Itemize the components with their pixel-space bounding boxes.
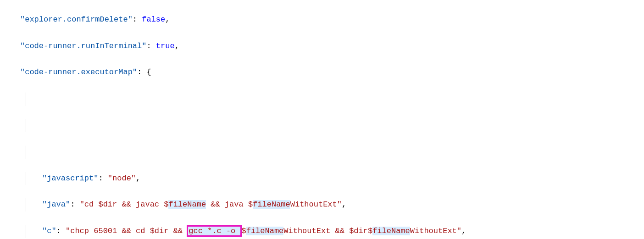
- blank-line: [26, 146, 644, 159]
- setting-line-executor-map: "code-runner.executorMap": {: [4, 66, 644, 79]
- annotation-box: gcc *.c -o: [187, 225, 242, 237]
- setting-line-run-in-terminal: "code-runner.runInTerminal": true,: [4, 40, 644, 53]
- blank-line: [26, 119, 644, 132]
- json-bool: true: [156, 42, 175, 50]
- json-key: "code-runner.runInTerminal": [20, 42, 146, 50]
- setting-line-confirm-delete: "explorer.confirmDelete": false,: [4, 13, 644, 27]
- json-key: "explorer.confirmDelete": [20, 15, 133, 24]
- variable-highlight: fileName: [372, 227, 410, 235]
- json-key: "code-runner.executorMap": [20, 68, 137, 76]
- blank-line: [26, 92, 644, 106]
- variable-highlight: fileName: [168, 200, 206, 209]
- map-line-java: "java": "cd $dir && javac $fileName && j…: [26, 198, 644, 212]
- code-editor[interactable]: "explorer.confirmDelete": false, "code-r…: [0, 0, 644, 239]
- map-line-javascript: "javascript": "node",: [26, 172, 644, 185]
- variable-highlight: fileName: [246, 227, 284, 235]
- variable-highlight: fileName: [253, 200, 290, 209]
- map-line-c: "c": "chcp 65001 && cd $dir && gcc *.c -…: [26, 225, 644, 238]
- open-brace: {: [146, 68, 151, 76]
- json-bool: false: [142, 15, 165, 24]
